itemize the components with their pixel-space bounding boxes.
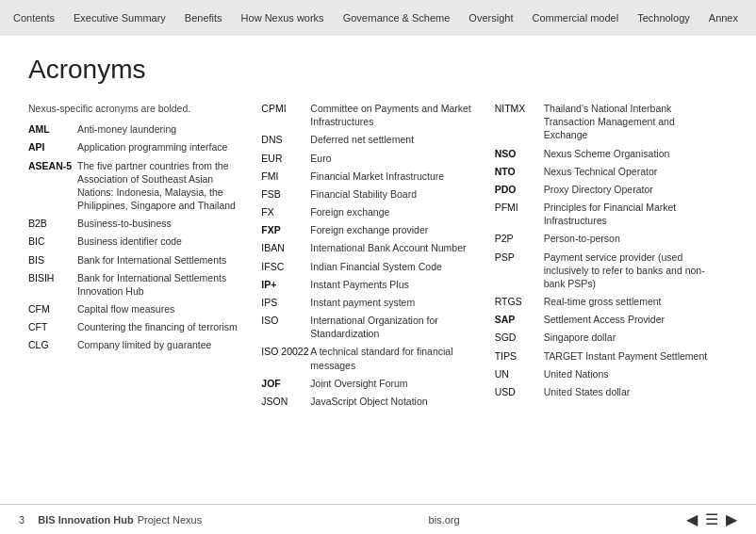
acronym-key: NITMX — [495, 102, 544, 115]
nav-item-benefits[interactable]: Benefits — [175, 0, 232, 36]
acronym-val: Bank for International Settlements — [77, 253, 226, 267]
acronym-key: PDO — [495, 183, 544, 196]
acronym-val: Settlement Access Provider — [544, 313, 665, 326]
acronym-val: A technical standard for financial messa… — [310, 345, 485, 371]
acronym-key: IFSC — [261, 260, 310, 273]
acronym-val: Foreign exchange provider — [310, 223, 428, 236]
acronym-row: AMLAnti-money laundering — [28, 122, 252, 136]
prev-icon[interactable]: ◀ — [686, 510, 698, 528]
acronym-key: AML — [28, 122, 77, 136]
acronym-val: Euro — [310, 152, 331, 165]
acronym-row: NITMXThailand's National Interbank Trans… — [495, 102, 718, 142]
acronym-key: USD — [495, 385, 544, 398]
acronym-key: PSP — [495, 251, 544, 264]
acronym-row: DNSDeferred net settlement — [261, 133, 485, 146]
acronym-key: BIC — [28, 235, 77, 248]
acronym-val: Committee on Payments and Market Infrast… — [310, 102, 485, 128]
acronym-row: UNUnited Nations — [495, 367, 718, 380]
footer-right: ◀ ☰ ▶ — [686, 510, 737, 528]
acronym-val: Person-to-person — [544, 232, 620, 245]
acronym-val: Thailand's National Interbank Transactio… — [544, 102, 718, 142]
acronym-val: Deferred net settlement — [310, 133, 414, 146]
acronym-row: FMIFinancial Market Infrastructure — [261, 170, 485, 183]
acronym-val: Bank for International Settlements Innov… — [77, 271, 252, 298]
acronym-row: JOFJoint Oversight Forum — [261, 377, 485, 390]
nav-item-commercial-model[interactable]: Commercial model — [522, 0, 628, 36]
acronym-row: BICBusiness identifier code — [28, 235, 252, 248]
acronym-row: APIApplication programming interface — [28, 140, 252, 154]
acronym-val: Real-time gross settlement — [544, 295, 662, 308]
acronym-row: RTGSReal-time gross settlement — [495, 295, 718, 308]
acronym-row: NSONexus Scheme Organisation — [495, 147, 718, 160]
acronym-val: Nexus Scheme Organisation — [544, 147, 670, 160]
acronym-val: Payment service provider (used inclusive… — [544, 251, 718, 291]
acronym-val: United Nations — [544, 367, 609, 380]
acronym-row: IPSInstant payment system — [261, 296, 485, 309]
acronym-row: IBANInternational Bank Account Number — [261, 241, 485, 254]
acronym-key: BIS — [28, 253, 77, 267]
footer-website: bis.org — [429, 514, 460, 526]
acronym-key: JOF — [261, 377, 310, 390]
acronym-val: Instant payment system — [310, 296, 415, 309]
acronym-key: CPMI — [261, 102, 310, 115]
acronym-key: FMI — [261, 170, 310, 183]
nav-item-contents[interactable]: Contents — [4, 0, 64, 36]
acronym-row: EUREuro — [261, 152, 485, 165]
acronym-val: The five partner countries from the Asso… — [77, 159, 252, 213]
acronym-key: BISIH — [28, 271, 77, 284]
acronym-row: P2PPerson-to-person — [495, 232, 718, 245]
nav-item-technology[interactable]: Technology — [628, 0, 699, 36]
acronym-row: SAPSettlement Access Provider — [495, 313, 718, 326]
acronym-key: JSON — [261, 395, 310, 408]
acronym-val: International Organization for Standardi… — [310, 314, 485, 340]
nav-item-oversight[interactable]: Oversight — [459, 0, 522, 36]
acronym-key: ISO 20022 — [261, 345, 310, 358]
acronym-val: Countering the financing of terrorism — [77, 320, 238, 333]
acronym-val: JavaScript Object Notation — [310, 395, 427, 408]
page: ContentsExecutive SummaryBenefitsHow Nex… — [0, 0, 756, 534]
acronym-key: NTO — [495, 165, 544, 178]
acronym-val: Company limited by guarantee — [77, 338, 211, 351]
nav-item-governance-&-scheme[interactable]: Governance & Scheme — [334, 0, 460, 36]
acronym-key: FXP — [261, 223, 310, 236]
acronym-row: ASEAN-5The five partner countries from t… — [28, 159, 252, 213]
acronym-key: NSO — [495, 147, 544, 160]
acronym-val: Financial Market Infrastructure — [310, 170, 444, 183]
acronym-key: CLG — [28, 338, 77, 351]
acronym-val: Singapore dollar — [544, 331, 616, 344]
acronym-row: TIPSTARGET Instant Payment Settlement — [495, 349, 718, 363]
acronym-val: Capital flow measures — [77, 302, 174, 316]
acronym-row: B2BBusiness-to-business — [28, 217, 252, 230]
nav-item-executive-summary[interactable]: Executive Summary — [64, 0, 175, 36]
col-1: Nexus-specific acronyms are bolded. AMLA… — [28, 102, 261, 494]
acronym-key: ASEAN-5 — [28, 159, 77, 172]
acronym-row: CPMICommittee on Payments and Market Inf… — [261, 102, 485, 128]
acronym-row: FXForeign exchange — [261, 205, 485, 218]
acronym-val: United States dollar — [544, 385, 631, 398]
acronym-val: Anti-money laundering — [77, 122, 176, 136]
footer-project: Project Nexus — [138, 514, 202, 526]
acronym-row: IFSCIndian Financial System Code — [261, 260, 485, 273]
nav-item-how-nexus-works[interactable]: How Nexus works — [232, 0, 334, 36]
acronym-row: CLGCompany limited by guarantee — [28, 338, 252, 351]
acronym-row: FSBFinancial Stability Board — [261, 187, 485, 201]
acronym-key: DNS — [261, 133, 310, 146]
footer-company: BIS Innovation Hub — [38, 514, 133, 526]
acronym-row: CFTCountering the financing of terrorism — [28, 320, 252, 333]
acronym-val: International Bank Account Number — [310, 241, 466, 254]
menu-icon[interactable]: ☰ — [705, 510, 718, 528]
acronym-key: IBAN — [261, 241, 310, 254]
acronym-val: Proxy Directory Operator — [544, 183, 653, 196]
acronym-row: USDUnited States dollar — [495, 385, 718, 398]
nav-bar: ContentsExecutive SummaryBenefitsHow Nex… — [0, 0, 756, 36]
footer-left: 3 BIS Innovation Hub Project Nexus — [19, 514, 202, 526]
acronym-row: CFMCapital flow measures — [28, 302, 252, 316]
acronym-row: BISIHBank for International Settlements … — [28, 271, 252, 298]
acronym-key: EUR — [261, 152, 310, 165]
nav-item-annex[interactable]: Annex — [699, 0, 748, 36]
acronym-key: CFM — [28, 302, 77, 316]
acronym-row: PDOProxy Directory Operator — [495, 183, 718, 196]
acronym-key: CFT — [28, 320, 77, 333]
next-icon[interactable]: ▶ — [726, 510, 737, 528]
acronym-row: PSPPayment service provider (used inclus… — [495, 251, 718, 291]
